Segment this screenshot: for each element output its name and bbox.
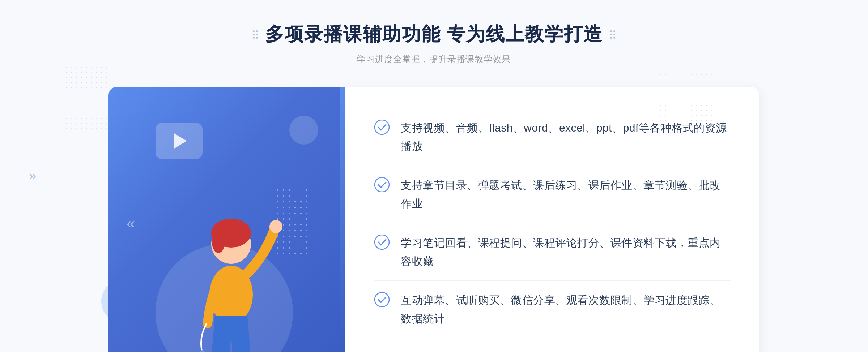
check-circle-icon-1 xyxy=(374,119,390,135)
page-title: 多项录播课辅助功能 专为线上教学打造 xyxy=(265,22,603,47)
illus-circle-small xyxy=(289,116,318,145)
title-dots-left xyxy=(253,30,258,39)
play-bubble xyxy=(156,123,203,159)
check-circle-icon-4 xyxy=(374,292,390,308)
feature-text-2: 支持章节目录、弹题考试、课后练习、课后作业、章节测验、批改作业 xyxy=(401,176,731,213)
title-dots-right xyxy=(610,30,615,39)
header-section: 多项录播课辅助功能 专为线上教学打造 学习进度全掌握，提升录播课教学效果 xyxy=(253,22,615,65)
dots-decoration-left xyxy=(43,65,109,130)
svg-point-11 xyxy=(375,292,389,307)
arrow-decoration-left: » xyxy=(29,168,36,184)
blue-separator-bar xyxy=(340,87,345,352)
svg-point-9 xyxy=(375,177,389,192)
person-illustration xyxy=(162,172,300,352)
check-circle-icon-2 xyxy=(374,177,390,193)
svg-point-8 xyxy=(375,120,389,134)
illus-arrows: « xyxy=(127,215,135,232)
svg-point-3 xyxy=(212,231,225,253)
feature-text-3: 学习笔记回看、课程提问、课程评论打分、课件资料下载，重点内容收藏 xyxy=(401,233,731,270)
svg-point-7 xyxy=(199,350,206,352)
dots-decoration-right xyxy=(658,72,716,130)
illustration-card: « xyxy=(109,87,340,352)
svg-point-10 xyxy=(375,235,389,249)
play-icon xyxy=(174,133,187,149)
svg-point-4 xyxy=(269,220,282,233)
feature-item-4: 互动弹幕、试听购买、微信分享、观看次数限制、学习进度跟踪、数据统计 xyxy=(374,281,731,338)
feature-item-2: 支持章节目录、弹题考试、课后练习、课后作业、章节测验、批改作业 xyxy=(374,166,731,223)
feature-item-3: 学习笔记回看、课程提问、课程评论打分、课件资料下载，重点内容收藏 xyxy=(374,223,731,281)
feature-text-4: 互动弹幕、试听购买、微信分享、观看次数限制、学习进度跟踪、数据统计 xyxy=(401,291,731,328)
check-circle-icon-3 xyxy=(374,234,390,250)
page-subtitle: 学习进度全掌握，提升录播课教学效果 xyxy=(253,53,615,65)
page-container: » 多项录播课辅助功能 专为线上教学打造 学习进度全掌握，提升录播课教学效果 xyxy=(0,0,868,352)
title-row: 多项录播课辅助功能 专为线上教学打造 xyxy=(253,22,615,47)
